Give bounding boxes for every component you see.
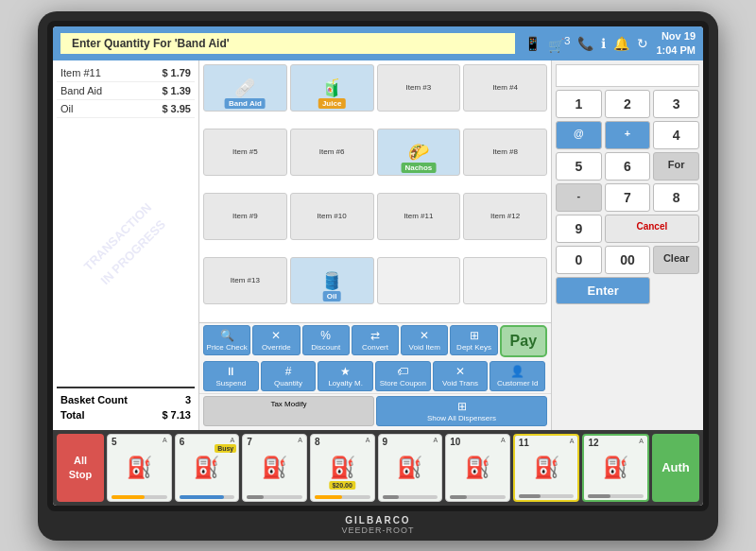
phone-icon: 📱 [524,36,541,51]
dispenser-7-icon: ⛽ [262,456,287,480]
at-button[interactable]: @ [556,121,602,149]
quantity-button[interactable]: # Quantity [261,361,317,391]
grid-cell-3[interactable]: Item #3 [377,64,461,112]
grid-cell-10[interactable]: Item #10 [290,193,374,240]
num-8-button[interactable]: 8 [653,183,699,212]
basket-count-label: Basket Count [60,394,128,405]
grid-cell-12[interactable]: Item #12 [463,193,547,240]
suspend-label: Suspend [216,379,247,387]
dispenser-8-bar-fill [315,495,342,499]
cart-icon[interactable]: 🛒3 [548,34,570,53]
cancel-button[interactable]: Cancel [605,215,699,243]
for-button[interactable]: For [653,152,699,181]
plus-button[interactable]: + [605,121,651,149]
grid-cell-9[interactable]: Item #9 [203,193,287,240]
dispenser-12[interactable]: 12 A ⛽ [582,434,649,502]
cart-count: 3 [564,34,570,46]
grid-cell-4[interactable]: Item #4 [463,64,547,112]
all-stop-button[interactable]: AllStop [57,434,104,502]
screen-title: Enter Quantity For 'Band Aid' [60,33,515,54]
basket-count-value: 3 [185,394,191,405]
void-item-button[interactable]: ✕ Void Item [401,325,448,355]
grid-cell-nachos[interactable]: 🌮 Nachos [377,129,461,176]
customer-id-button[interactable]: 👤 Customer Id [490,361,545,391]
num-3-button[interactable]: 3 [653,90,699,118]
item-row-3: Oil $ 3.95 [57,100,195,118]
grid-cell-oil[interactable]: 🛢️ Oil [290,257,374,304]
dispenser-10[interactable]: 10 A ⛽ [445,434,510,502]
refresh-icon: ↻ [637,36,648,51]
num-7-button[interactable]: 7 [605,183,651,212]
dept-keys-button[interactable]: ⊞ Dept Keys [450,325,497,355]
num-6-button[interactable]: 6 [605,152,651,181]
monitor: Enter Quantity For 'Band Aid' 📱 🛒3 📞 ℹ 🔔… [38,11,718,541]
price-check-button[interactable]: 🔍 Price Check [203,325,250,355]
show-all-dispensers-button[interactable]: ⊞ Show All Dispensers [376,396,547,426]
dispenser-8-bar [315,495,370,499]
item-name-2: Band Aid [60,85,102,96]
loyalty-button[interactable]: ★ Loyalty M. [318,361,373,391]
clear-button[interactable]: Clear [653,246,699,274]
dispenser-7-label: A [298,437,302,443]
auth-button[interactable]: Auth [652,434,699,502]
suspend-button[interactable]: ⏸ Suspend [203,361,259,391]
num-00-button[interactable]: 00 [605,246,651,274]
dispenser-11-icon: ⛽ [534,456,559,480]
dispenser-9[interactable]: 9 A ⛽ [378,434,443,502]
override-label: Override [262,343,291,352]
grid-cell-8[interactable]: Item #8 [463,129,547,176]
transaction-watermark: TRANSACTION IN PROGRESS [78,198,173,292]
num-9-button[interactable]: 9 [556,215,602,243]
item-row-1: Item #11 $ 1.79 [57,64,195,82]
override-icon: ✕ [271,329,281,342]
cell-label-3: Item #3 [406,83,432,92]
dispenser-5-bar-fill [112,495,145,499]
cell-label-4: Item #4 [492,83,518,92]
grid-cell-13[interactable]: Item #13 [203,257,287,304]
price-badge-8: $20.00 [329,481,354,490]
show-all-dispensers-label: Show All Dispensers [427,414,496,422]
cell-label-10: Item #10 [318,212,347,220]
grid-cell-5[interactable]: Item #5 [203,129,287,176]
dispenser-10-label: A [501,437,506,443]
dispenser-11-num: 11 [519,438,529,448]
convert-button[interactable]: ⇄ Convert [352,325,399,355]
dispenser-8-num: 8 [315,437,320,447]
customer-id-label: Customer Id [497,379,539,387]
dispenser-8[interactable]: 8 A ⛽ $20.00 [310,434,375,502]
dispenser-6[interactable]: 6 A ⛽ Busy [175,434,240,502]
dispenser-7-bar [247,495,302,499]
discount-button[interactable]: % Discount [302,325,350,355]
dispenser-5[interactable]: 5 A ⛽ [107,434,172,502]
grid-cell-6[interactable]: Item #6 [290,129,374,176]
grid-cell-band-aid[interactable]: 🩹 Band Aid [203,64,287,112]
dispenser-7[interactable]: 7 A ⛽ [242,434,307,502]
pay-button[interactable]: Pay [500,325,547,357]
dispenser-8-icon: ⛽ [330,456,355,480]
grid-cell-11[interactable]: Item #11 [377,193,461,240]
numpad-display[interactable] [556,64,699,87]
dispensers-icon: ⊞ [457,400,467,413]
store-coupon-button[interactable]: 🏷 Store Coupon [375,361,431,391]
tax-modify-button[interactable]: Tax Modify [203,396,374,426]
num-0-button[interactable]: 0 [556,246,602,274]
num-4-button[interactable]: 4 [653,121,699,149]
dispenser-9-icon: ⛽ [397,456,422,480]
dispenser-11[interactable]: 11 A ⛽ [513,434,580,502]
item-price-1: $ 1.79 [162,67,191,78]
nachos-icon: 🌮 [408,144,429,161]
num-5-button[interactable]: 5 [556,152,602,181]
cell-label-13: Item #13 [231,276,260,284]
num-1-button[interactable]: 1 [556,90,602,118]
grid-cell-juice[interactable]: 🧃 Juice [290,64,374,112]
minus-button[interactable]: - [556,183,602,212]
dispenser-12-num: 12 [588,438,598,448]
basket-total-value: $ 7.13 [162,409,191,421]
enter-button[interactable]: Enter [556,277,650,304]
juice-icon: 🧃 [321,79,342,96]
void-trans-button[interactable]: ✕ Void Trans [433,361,489,391]
num-2-button[interactable]: 2 [605,90,651,118]
override-button[interactable]: ✕ Override [252,325,300,355]
screen: Enter Quantity For 'Band Aid' 📱 🛒3 📞 ℹ 🔔… [53,26,703,506]
discount-label: Discount [311,343,340,352]
